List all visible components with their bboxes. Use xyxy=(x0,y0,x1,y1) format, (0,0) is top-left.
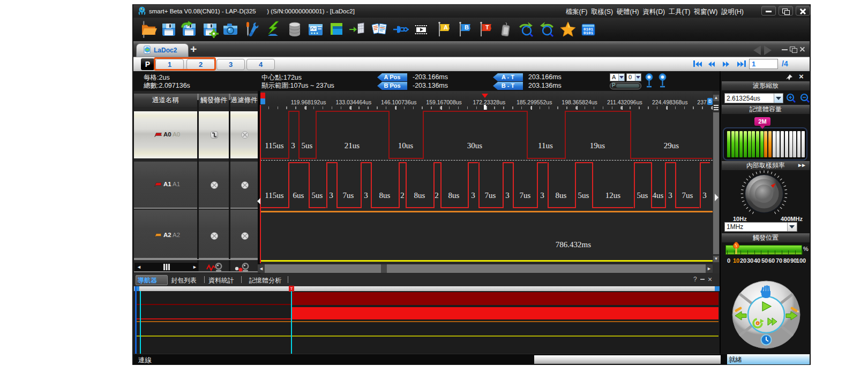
svg-text:B: B xyxy=(465,24,469,30)
svg-text:T: T xyxy=(485,24,489,30)
svg-text:0101: 0101 xyxy=(583,31,594,35)
svg-text:A: A xyxy=(444,24,448,30)
